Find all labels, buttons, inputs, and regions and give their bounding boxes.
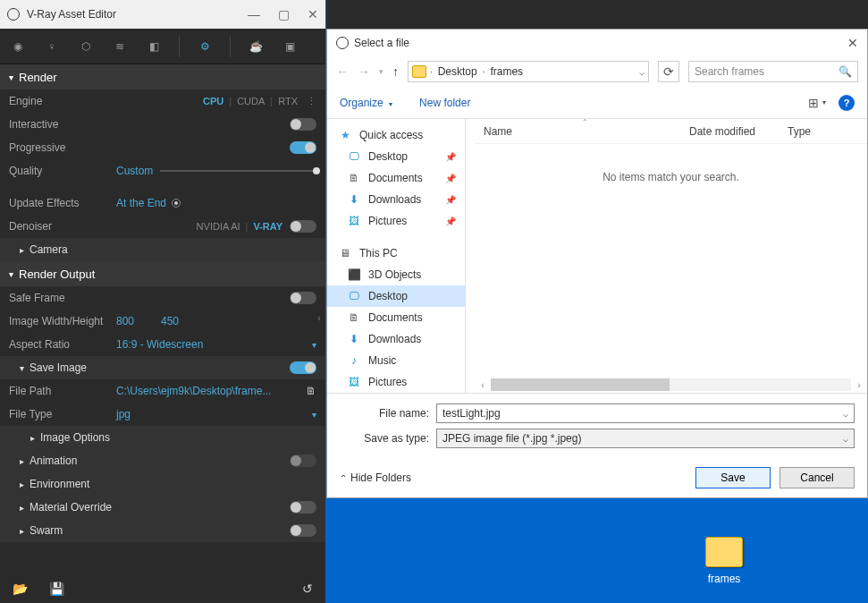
- up-button[interactable]: ↑: [392, 64, 399, 79]
- minimize-button[interactable]: —: [248, 7, 260, 21]
- forward-button[interactable]: →: [358, 64, 370, 79]
- sidebar-item-pictures-pc[interactable]: 🖼Pictures: [327, 371, 465, 393]
- denoiser-vray[interactable]: V-RAY: [253, 221, 282, 232]
- section-image-options[interactable]: ▸Image Options: [0, 426, 325, 449]
- scrollbar-thumb[interactable]: [491, 378, 670, 391]
- section-camera[interactable]: ▸Camera: [0, 238, 325, 261]
- horizontal-scrollbar[interactable]: ‹ ›: [475, 377, 867, 393]
- computer-icon: 🖥: [338, 247, 352, 259]
- render-icon[interactable]: ☕: [247, 38, 265, 55]
- engine-cuda[interactable]: CUDA: [237, 96, 265, 106]
- update-effects-radio[interactable]: [172, 199, 181, 208]
- savetype-combo[interactable]: JPEG image file (*.jpg *.jpeg)⌵: [436, 429, 855, 448]
- section-material-override[interactable]: ▸Material Override: [0, 496, 325, 519]
- save-button[interactable]: Save: [695, 467, 771, 488]
- view-options-button[interactable]: ⊞▾: [808, 96, 826, 110]
- desktop-icon: 🖵: [347, 290, 361, 302]
- scroll-left-icon[interactable]: ‹: [475, 380, 491, 390]
- section-render[interactable]: ▾Render: [0, 64, 325, 89]
- sidebar-item-desktop-pc[interactable]: 🖵Desktop: [327, 285, 465, 307]
- cube-icon: ⬛: [347, 268, 361, 281]
- sidebar-item-pictures[interactable]: 🖼Pictures📌: [327, 210, 465, 232]
- sidebar-item-documents[interactable]: 🗎Documents📌: [327, 167, 465, 189]
- history-dropdown[interactable]: ▾: [379, 67, 383, 76]
- breadcrumb-dropdown-icon[interactable]: ⌵: [639, 67, 645, 77]
- aspect-value[interactable]: 16:9 - Widescreen: [116, 338, 312, 351]
- refresh-button[interactable]: ⟳: [658, 61, 679, 82]
- chevron-down-icon[interactable]: ⌵: [843, 434, 848, 444]
- new-folder-button[interactable]: New folder: [419, 97, 470, 109]
- sidebar-item-quick-access[interactable]: ★Quick access: [327, 124, 465, 146]
- filename-input[interactable]: testLight.jpg⌵: [436, 403, 855, 423]
- documents-icon: 🗎: [347, 311, 361, 324]
- quality-value[interactable]: Custom: [116, 165, 153, 177]
- scroll-right-icon[interactable]: ›: [851, 380, 867, 390]
- animation-toggle[interactable]: [290, 454, 316, 467]
- help-button[interactable]: ?: [839, 95, 855, 111]
- interactive-toggle[interactable]: [290, 118, 316, 131]
- engine-more-icon[interactable]: ⋮: [307, 96, 316, 107]
- crumb-desktop[interactable]: Desktop: [436, 65, 479, 78]
- close-button[interactable]: ✕: [308, 7, 318, 21]
- geometry-icon[interactable]: ⬡: [77, 38, 95, 55]
- save-icon[interactable]: 💾: [49, 582, 64, 596]
- textures-icon[interactable]: ◧: [145, 38, 163, 55]
- image-width-input[interactable]: 800: [116, 315, 161, 327]
- progressive-toggle[interactable]: [290, 141, 316, 154]
- maximize-button[interactable]: ▢: [278, 7, 290, 21]
- layers-icon[interactable]: ≋: [111, 38, 129, 55]
- sidebar-item-music[interactable]: ♪Music: [327, 350, 465, 371]
- column-name[interactable]: Name: [475, 125, 689, 138]
- undo-icon[interactable]: ↺: [302, 582, 313, 596]
- sidebar-item-documents-pc[interactable]: 🗎Documents: [327, 307, 465, 328]
- chevron-down-icon[interactable]: ▾: [312, 410, 316, 420]
- swarm-toggle[interactable]: [290, 524, 316, 537]
- engine-cpu[interactable]: CPU: [203, 96, 223, 106]
- open-folder-icon[interactable]: 📂: [13, 582, 28, 596]
- material-override-toggle[interactable]: [290, 501, 316, 514]
- expand-icon: ▸: [30, 433, 35, 443]
- section-swarm[interactable]: ▸Swarm: [0, 519, 325, 542]
- section-render-output[interactable]: ▾Render Output: [0, 261, 325, 286]
- section-animation[interactable]: ▸Animation: [0, 449, 325, 472]
- settings-icon[interactable]: ⚙: [196, 38, 214, 55]
- sidebar-item-downloads[interactable]: ⬇Downloads📌: [327, 189, 465, 210]
- safe-frame-toggle[interactable]: [290, 292, 316, 304]
- section-save-image[interactable]: ▾Save Image: [0, 356, 325, 379]
- frame-buffer-icon[interactable]: ▣: [281, 38, 299, 55]
- crumb-frames[interactable]: frames: [488, 65, 525, 78]
- denoiser-nvidia[interactable]: NVIDIA AI: [197, 221, 240, 232]
- engine-label: Engine: [9, 95, 116, 107]
- section-environment[interactable]: ▸Environment: [0, 472, 325, 496]
- breadcrumb[interactable]: › Desktop › frames ⌵: [408, 61, 649, 82]
- back-button[interactable]: ←: [336, 64, 349, 79]
- denoiser-toggle[interactable]: [290, 220, 316, 233]
- column-type[interactable]: Type: [788, 125, 867, 138]
- organize-button[interactable]: Organize ▾: [340, 97, 392, 109]
- lights-icon[interactable]: ♀: [43, 38, 61, 55]
- sidebar-item-this-pc[interactable]: 🖥This PC: [327, 242, 465, 264]
- file-type-value[interactable]: jpg: [116, 408, 312, 420]
- cancel-button[interactable]: Cancel: [780, 467, 855, 488]
- file-path-value[interactable]: C:\Users\ejm9k\Desktop\frame...: [116, 385, 300, 397]
- chevron-down-icon[interactable]: ▾: [312, 340, 316, 350]
- materials-icon[interactable]: ◉: [9, 38, 27, 55]
- close-icon[interactable]: ✕: [847, 36, 858, 50]
- quality-slider[interactable]: [160, 170, 316, 172]
- chevron-down-icon[interactable]: ⌵: [843, 409, 848, 419]
- browse-file-icon[interactable]: 🗎: [306, 385, 316, 397]
- column-date[interactable]: Date modified: [689, 125, 788, 138]
- sidebar-item-desktop[interactable]: 🖵Desktop📌: [327, 146, 465, 167]
- hide-folders-button[interactable]: ⌃Hide Folders: [340, 471, 411, 484]
- image-height-input[interactable]: 450: [161, 315, 206, 327]
- search-input[interactable]: Search frames 🔍: [688, 61, 858, 82]
- update-effects-value[interactable]: At the End: [116, 197, 166, 209]
- collapse-icon: ▾: [20, 363, 24, 373]
- desktop-folder-frames[interactable]: frames: [697, 537, 751, 585]
- file-save-dialog: Select a file ✕ ← → ▾ ↑ › Desktop › fram…: [326, 29, 868, 498]
- expand-panel-tab[interactable]: ‹: [313, 304, 325, 331]
- sidebar-item-3d-objects[interactable]: ⬛3D Objects: [327, 264, 465, 285]
- engine-rtx[interactable]: RTX: [278, 96, 298, 106]
- sidebar-item-downloads-pc[interactable]: ⬇Downloads: [327, 328, 465, 350]
- save-image-toggle[interactable]: [290, 361, 316, 374]
